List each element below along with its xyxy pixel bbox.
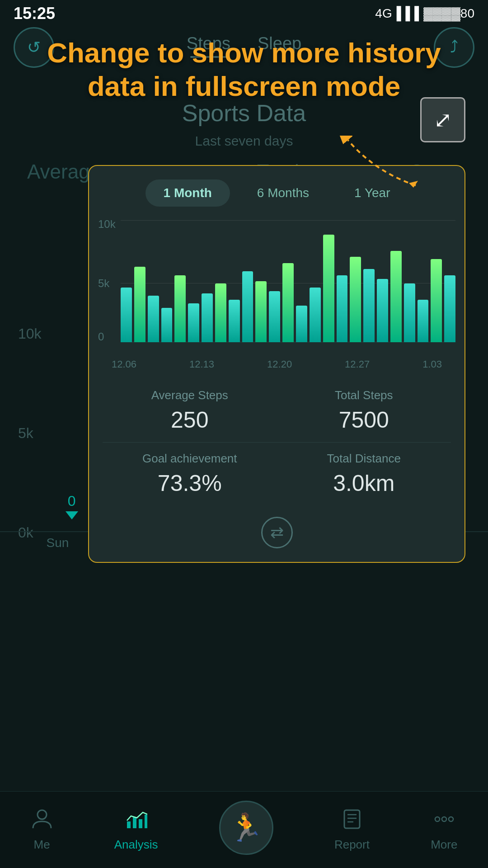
chart-bar-21 <box>404 283 415 342</box>
stat-avg-steps: Average Steps 250 <box>103 379 277 443</box>
bottom-nav: Me Analysis 🏃 Report <box>0 791 488 868</box>
svg-point-11 <box>435 817 440 821</box>
svg-rect-7 <box>344 810 360 828</box>
nav-me-label: Me <box>34 838 50 852</box>
chart-bar-23 <box>431 259 442 342</box>
stat-goal-value: 73.3% <box>112 470 268 496</box>
nav-more-label: More <box>431 838 457 852</box>
x-label-1: 12.06 <box>112 359 136 370</box>
nav-report[interactable]: Report <box>334 808 370 852</box>
svg-marker-1 <box>409 181 418 188</box>
chart-bar-6 <box>202 293 213 342</box>
chart-bar-20 <box>390 251 402 343</box>
svg-rect-4 <box>133 817 136 828</box>
chart-bar-14 <box>310 288 321 343</box>
chart-bar-22 <box>418 300 429 343</box>
chart-bar-8 <box>229 300 240 343</box>
chart-bar-0 <box>121 288 132 343</box>
chart-bar-12 <box>282 263 294 343</box>
chart-x-labels: 12.06 12.13 12.20 12.27 1.03 <box>89 356 465 370</box>
chart-bar-18 <box>363 269 375 342</box>
report-icon <box>341 808 363 834</box>
x-label-2: 12.13 <box>189 359 214 370</box>
chart-bar-7 <box>215 283 226 342</box>
nav-report-label: Report <box>334 838 370 852</box>
arrow-pointer <box>339 136 420 192</box>
x-label-3: 12.20 <box>267 359 292 370</box>
person-icon <box>31 808 53 834</box>
chart-bar-24 <box>444 275 455 343</box>
chart-bar-2 <box>148 296 159 342</box>
chart-y-0: 0 <box>98 330 104 343</box>
svg-point-13 <box>449 817 453 821</box>
stat-avg-label: Average Steps <box>112 388 268 402</box>
stat-dist-label: Total Distance <box>286 452 442 466</box>
x-label-5: 1.03 <box>422 359 442 370</box>
stat-total-value: 7500 <box>286 407 442 433</box>
stats-grid: Average Steps 250 Total Steps 7500 Goal … <box>103 379 451 505</box>
chart-bar-13 <box>296 306 307 342</box>
chart-bar-16 <box>337 275 348 343</box>
nav-analysis[interactable]: Analysis <box>114 808 158 852</box>
day-val-sun: 0 <box>66 493 78 519</box>
battery-icon: ▓▓▓▓80 <box>423 6 474 21</box>
sports-title: Sports Data <box>0 99 488 127</box>
fullscreen-icon: ⤢ <box>434 107 452 132</box>
period-modal: 1 Month 6 Months 1 Year 10k 5k 0 12.06 1… <box>88 165 465 563</box>
chart-bar-3 <box>161 308 173 342</box>
nav-more[interactable]: More <box>431 808 457 852</box>
stat-total-steps: Total Steps 7500 <box>277 379 451 443</box>
transfer-icon-glyph: ⇄ <box>270 523 284 542</box>
chart-bar-4 <box>174 275 186 343</box>
instruction-overlay: Change to show more history data in full… <box>18 36 470 104</box>
chart-bar-10 <box>255 281 267 342</box>
period-tab-6months[interactable]: 6 Months <box>239 179 327 207</box>
stat-total-label: Total Steps <box>286 388 442 402</box>
chart-bar-9 <box>242 271 253 342</box>
modal-footer: ⇄ <box>89 510 465 553</box>
chart-bar-19 <box>377 279 388 342</box>
stat-goal: Goal achievement 73.3% <box>103 443 277 505</box>
chart-icon <box>125 808 147 834</box>
more-icon <box>433 808 455 834</box>
chart-bar-15 <box>323 235 334 342</box>
svg-point-2 <box>38 810 47 819</box>
chart-y-5k: 5k <box>98 277 109 290</box>
x-label-4: 12.27 <box>345 359 370 370</box>
chart-bar-11 <box>269 291 280 342</box>
status-bar: 15:25 4G▐▐▐ ▓▓▓▓80 <box>0 0 488 27</box>
status-icons: 4G▐▐▐ ▓▓▓▓80 <box>375 6 474 21</box>
stat-distance: Total Distance 3.0km <box>277 443 451 505</box>
chart-y-10k: 10k <box>98 218 116 231</box>
chart-bar-17 <box>350 257 361 342</box>
fullscreen-button[interactable]: ⤢ <box>420 97 465 142</box>
nav-center[interactable]: 🏃 <box>219 801 273 859</box>
day-label-sun: Sun <box>47 536 69 550</box>
activity-icon: 🏃 <box>229 811 263 844</box>
stat-avg-value: 250 <box>112 407 268 433</box>
stat-dist-value: 3.0km <box>286 470 442 496</box>
y-label-10k: 10k <box>18 326 42 342</box>
chart-bar-1 <box>134 267 145 342</box>
svg-rect-5 <box>139 819 142 828</box>
nav-analysis-label: Analysis <box>114 838 158 852</box>
chart-area: 10k 5k 0 <box>98 216 455 356</box>
y-label-5k: 5k <box>18 425 33 442</box>
nav-me[interactable]: Me <box>31 808 53 852</box>
arrow-svg <box>339 136 420 190</box>
chart-bar-5 <box>188 303 199 342</box>
svg-rect-3 <box>127 821 131 828</box>
chart-bars <box>121 220 455 342</box>
svg-rect-6 <box>145 815 147 828</box>
signal-icon: 4G▐▐▐ <box>375 6 419 21</box>
svg-point-12 <box>442 817 446 821</box>
period-tab-1month[interactable]: 1 Month <box>145 179 230 207</box>
status-time: 15:25 <box>14 4 55 23</box>
transfer-button[interactable]: ⇄ <box>261 517 293 548</box>
stat-goal-label: Goal achievement <box>112 452 268 466</box>
